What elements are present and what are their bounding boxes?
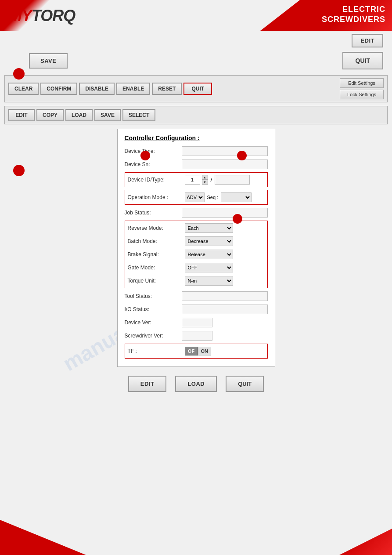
io-status-row: I/O Status: [125,304,268,315]
torque-unit-label: Torque Unit: [128,278,185,284]
seq-select[interactable] [221,192,252,202]
gate-mode-row: Gate Mode: OFF [128,262,265,273]
quit-button-toolbar[interactable]: QUIT [183,83,212,95]
device-id-spinner: ▲ ▼ [202,175,208,185]
tf-on[interactable]: ON [198,347,211,355]
confirm-button[interactable]: CONFIRM [40,83,77,95]
torque-unit-row: Torque Unit: N-m [128,276,265,286]
screwdriver-ver-input[interactable] [182,331,212,341]
reverse-mode-label: Reverse Mode: [128,225,185,231]
operation-mode-select[interactable]: ADV [185,192,205,202]
brake-signal-label: Brake Signal: [128,251,185,258]
settings-buttons: Edit Settings Lock Settings [340,78,384,99]
batch-mode-label: Batch Mode: [128,238,185,244]
operation-mode-group-box: Operation Mode : ADV Seq : [125,190,268,205]
tf-off[interactable]: OF [185,347,198,355]
annotation-dot-5 [233,214,242,224]
tf-group-box: TF : OF ON [125,344,268,359]
annotation-dot-1 [13,68,25,80]
device-ver-label: Device Ver: [125,319,182,326]
tool-status-row: Tool Status: [125,291,268,301]
device-id-group-box: Device ID/Type: ▲ ▼ / [125,172,268,187]
screwdriver-ver-label: Screwdriver Ver: [125,333,182,339]
tf-toggle: OF ON [185,347,211,355]
tf-row: TF : OF ON [128,346,265,356]
device-type-input[interactable] [215,175,250,185]
annotation-dot-3 [140,151,150,160]
batch-mode-row: Batch Mode: Decrease [128,236,265,247]
gate-mode-label: Gate Mode: [128,265,185,271]
save-button-toolbar[interactable]: SAVE [94,109,121,121]
quit-button-top[interactable]: QUIT [342,52,383,69]
device-sn-label: Device Sn: [125,161,182,167]
edit-button-toolbar[interactable]: EDIT [8,109,35,121]
device-id-label: Device ID/Type: [128,177,185,183]
reverse-mode-row: Reverse Mode: Each [128,223,265,233]
brake-signal-select[interactable]: Release [185,250,233,259]
bottom-button-row: EDIT LOAD QUIT [0,376,392,392]
enable-button[interactable]: ENABLE [116,83,150,95]
gate-mode-select[interactable]: OFF [185,263,233,272]
annotation-dot-2 [13,165,25,176]
job-status-row: Job Status: [125,207,268,218]
device-ver-row: Device Ver: [125,317,268,328]
io-status-input[interactable] [182,305,268,314]
device-ver-input[interactable] [182,318,212,327]
torque-unit-select[interactable]: N-m [185,276,233,286]
logo-my: MY [9,7,32,25]
job-status-label: Job Status: [125,210,182,216]
edit-button-top[interactable]: EDIT [352,34,383,47]
disable-button[interactable]: DISABLE [79,83,115,95]
save-quit-row: SAVE QUIT [0,50,392,72]
device-sn-row: Device Sn: [125,159,268,170]
load-button-bottom[interactable]: LOAD [175,376,217,392]
device-sn-input[interactable] [182,160,268,169]
device-id-row: Device ID/Type: ▲ ▼ / [128,174,265,185]
config-title: Controller Configuration : [125,134,268,141]
load-button-toolbar[interactable]: LOAD [65,109,93,121]
select-button[interactable]: SELECT [122,109,155,121]
save-left-area: SAVE [9,53,68,69]
quit-button-bottom[interactable]: QUIT [226,376,264,392]
seq-label: Seq : [207,195,219,200]
toolbar-row-2: EDIT COPY LOAD SAVE SELECT [4,106,388,124]
modes-group-box: Reverse Mode: Each Batch Mode: Decrease … [125,221,268,288]
config-panel: Controller Configuration : Device Time: … [117,129,275,367]
operation-mode-controls: ADV Seq : [185,192,252,202]
tf-label: TF : [128,348,185,354]
device-time-input[interactable] [182,146,268,156]
logo-torq: TORQ [32,7,75,25]
copy-button[interactable]: COPY [36,109,64,121]
tool-status-input[interactable] [182,291,268,301]
device-id-input[interactable] [185,175,200,185]
logo-area: MYTORQ [0,0,392,29]
operation-mode-row: Operation Mode : ADV Seq : [128,192,265,203]
clear-button[interactable]: CLEAR [8,83,39,95]
brake-signal-row: Brake Signal: Release [128,249,265,260]
annotation-dot-4 [237,151,247,160]
tool-status-label: Tool Status: [125,293,182,299]
save-button-top[interactable]: SAVE [29,53,68,69]
config-panel-wrapper: Controller Configuration : Device Time: … [0,129,392,367]
lock-settings-button[interactable]: Lock Settings [340,90,384,99]
edit-row: EDIT [0,29,392,50]
edit-button-bottom[interactable]: EDIT [128,376,167,392]
device-id-up[interactable]: ▲ [202,175,208,180]
device-time-label: Device Time: [125,148,182,154]
job-status-input[interactable] [182,208,268,218]
device-id-controls: ▲ ▼ / [185,175,250,185]
device-id-slash: / [211,177,212,183]
device-id-down[interactable]: ▼ [202,180,208,185]
reverse-mode-select[interactable]: Each [185,223,233,233]
io-status-label: I/O Status: [125,306,182,312]
reset-button[interactable]: RESET [152,83,182,95]
batch-mode-select[interactable]: Decrease [185,236,233,246]
edit-settings-button[interactable]: Edit Settings [340,78,384,88]
screwdriver-ver-row: Screwdriver Ver: [125,330,268,341]
operation-mode-label: Operation Mode : [128,194,185,200]
toolbar-row-1: CLEAR CONFIRM DISABLE ENABLE RESET QUIT … [4,75,388,102]
